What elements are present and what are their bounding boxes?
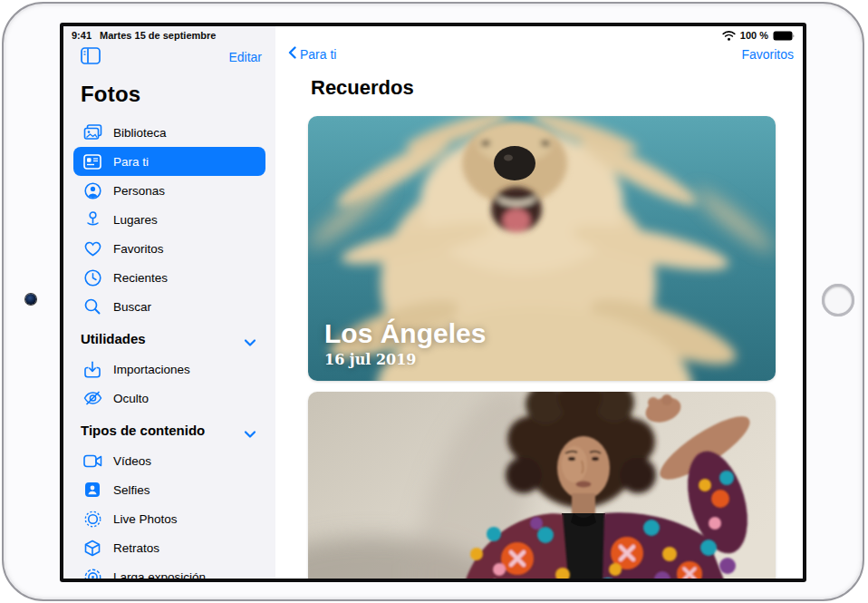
favorites-button[interactable]: Favoritos <box>741 47 794 62</box>
page-title: Recuerdos <box>311 76 414 100</box>
sidebar-item-live-photos[interactable]: Live Photos <box>73 504 265 533</box>
sidebar-item-label: Selfies <box>113 483 150 497</box>
places-pin-icon <box>82 210 102 229</box>
long-exposure-icon <box>82 568 102 579</box>
memory-photo-dog <box>308 116 776 381</box>
sidebar-item-selfies[interactable]: Selfies <box>73 475 265 504</box>
sidebar-item-para-ti[interactable]: Para ti <box>73 147 265 176</box>
sidebar-item-label: Oculto <box>113 392 149 405</box>
home-button[interactable] <box>822 284 854 316</box>
sidebar-item-label: Live Photos <box>113 512 178 526</box>
memory-card-portrait[interactable] <box>308 392 776 579</box>
sidebar-item-recientes[interactable]: Recientes <box>73 263 265 292</box>
sidebar-app-title: Fotos <box>81 82 265 107</box>
ipad-device: 9:41 Martes 15 de septiembre 100 % <box>0 0 868 603</box>
sidebar-item-label: Importaciones <box>113 363 190 376</box>
sidebar-item-favoritos[interactable]: Favoritos <box>73 234 265 263</box>
front-camera <box>25 294 36 305</box>
chevron-left-icon <box>288 46 296 62</box>
sidebar-item-oculto[interactable]: Oculto <box>73 384 265 413</box>
clock-icon <box>82 268 102 287</box>
sidebar-item-importaciones[interactable]: Importaciones <box>73 355 265 384</box>
main-content: Para ti Favoritos Recuerdos <box>275 26 803 579</box>
heart-icon <box>82 239 102 258</box>
hidden-eye-icon <box>82 389 102 407</box>
screen: 9:41 Martes 15 de septiembre 100 % <box>60 23 806 582</box>
import-icon <box>82 360 102 378</box>
sidebar-section-tipos-de-contenido[interactable]: Tipos de contenido <box>73 414 265 446</box>
memory-photo-woman <box>308 392 776 579</box>
video-icon <box>82 452 102 470</box>
back-button[interactable]: Para ti <box>288 46 336 62</box>
sidebar-section-utilidades[interactable]: Utilidades <box>73 323 265 355</box>
sidebar-item-lugares[interactable]: Lugares <box>73 205 265 234</box>
sidebar-item-personas[interactable]: Personas <box>73 176 265 205</box>
search-icon <box>82 297 102 316</box>
portraits-cube-icon <box>82 539 102 557</box>
edit-button[interactable]: Editar <box>228 50 262 64</box>
sidebar-item-retratos[interactable]: Retratos <box>73 533 265 562</box>
sidebar-item-label: Para ti <box>113 155 149 169</box>
for-you-icon <box>82 152 102 170</box>
sidebar-item-larga-exposicion[interactable]: Larga exposición <box>73 562 265 579</box>
chevron-down-icon <box>244 335 256 344</box>
sidebar-item-label: Larga exposición <box>113 570 206 579</box>
chevron-down-icon <box>244 426 256 435</box>
sidebar-item-label: Vídeos <box>113 454 151 468</box>
back-button-label: Para ti <box>300 47 336 62</box>
selfies-icon <box>82 481 102 499</box>
photos-app: 9:41 Martes 15 de septiembre 100 % <box>63 26 803 579</box>
sidebar-item-videos[interactable]: Vídeos <box>73 446 265 475</box>
library-icon <box>82 123 102 141</box>
section-label: Tipos de contenido <box>81 423 205 438</box>
sidebar-item-label: Lugares <box>113 213 158 227</box>
sidebar: Editar Fotos Biblioteca <box>63 26 275 579</box>
sidebar-item-biblioteca[interactable]: Biblioteca <box>73 118 265 147</box>
sidebar-item-label: Buscar <box>113 300 151 314</box>
sidebar-item-label: Recientes <box>113 271 168 285</box>
sidebar-item-label: Retratos <box>113 541 159 555</box>
sidebar-item-label: Biblioteca <box>113 126 167 140</box>
section-label: Utilidades <box>81 331 146 346</box>
memories-list: Los Ángeles 16 jul 2019 <box>308 116 776 579</box>
sidebar-item-label: Personas <box>113 184 165 198</box>
sidebar-item-buscar[interactable]: Buscar <box>73 292 265 321</box>
sidebar-toggle-button[interactable] <box>81 47 101 68</box>
sidebar-item-label: Favoritos <box>113 242 164 256</box>
people-icon <box>82 181 102 199</box>
live-photos-icon <box>82 510 102 528</box>
memory-card-los-angeles[interactable]: Los Ángeles 16 jul 2019 <box>308 116 776 381</box>
